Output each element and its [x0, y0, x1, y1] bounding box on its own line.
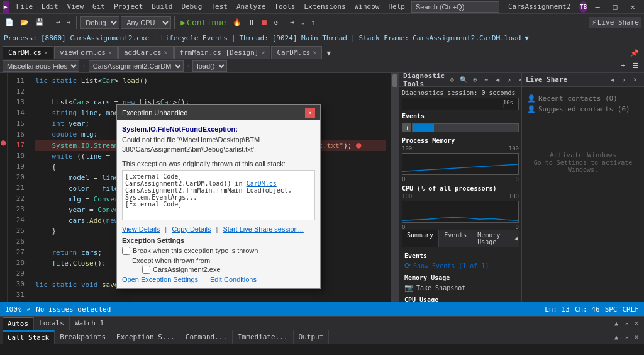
bottom-right-collapse-icon[interactable]: ▲ — [611, 332, 621, 342]
step-out-button[interactable]: ↑ — [309, 17, 318, 28]
show-events-link[interactable]: ⟳ Show Events (1 of 1) — [404, 261, 516, 271]
tab-viewform[interactable]: viewForm.cs × — [54, 46, 118, 59]
show-events-label[interactable]: Show Events (1 of 1) — [413, 262, 489, 269]
tab-locals[interactable]: Locals — [34, 317, 70, 330]
step-into-button[interactable]: ↓ — [298, 17, 308, 28]
menu-tools[interactable]: Tools — [270, 1, 299, 12]
tab-close-icon[interactable]: × — [164, 49, 168, 56]
tab-cardm-2[interactable]: CarDM.cs × — [271, 46, 322, 59]
menu-build[interactable]: Build — [148, 1, 176, 12]
summary-tab-memory[interactable]: Memory Usage — [472, 230, 513, 247]
diagnostics-detach-icon[interactable]: ↗ — [504, 75, 514, 85]
pause-all-button[interactable]: ⏸ — [245, 17, 257, 28]
tab-immediate[interactable]: Immediate... — [233, 330, 293, 344]
summary-expand-button[interactable]: ◀ — [513, 230, 519, 247]
copy-details-link[interactable]: Copy Details — [172, 225, 211, 233]
tab-watch1[interactable]: Watch 1 — [70, 317, 109, 330]
tab-close-icon[interactable]: × — [108, 49, 112, 56]
tab-frmmain[interactable]: frmMain.cs [Design] × — [174, 46, 271, 59]
minimize-button[interactable]: – — [589, 0, 606, 14]
menu-edit[interactable]: Edit — [38, 1, 62, 12]
menu-file[interactable]: File — [13, 1, 37, 12]
tab-autos[interactable]: Autos — [3, 317, 34, 330]
add-tab-button[interactable]: + — [618, 60, 628, 71]
close-button[interactable]: ✕ — [624, 0, 641, 14]
dialog-close-button[interactable]: × — [305, 108, 315, 118]
tab-breakpoints[interactable]: Breakpoints — [55, 330, 111, 344]
bottom-right-close-icon[interactable]: × — [631, 332, 641, 342]
vertical-scrollbar[interactable] — [391, 73, 399, 302]
menu-window[interactable]: Window — [351, 1, 384, 12]
live-share-close-icon[interactable]: × — [630, 75, 640, 85]
open-button[interactable]: 📂 — [18, 17, 31, 28]
menu-project[interactable]: Project — [110, 1, 147, 12]
diagnostics-collapse-icon[interactable]: ◀ — [492, 75, 502, 85]
tab-close-icon[interactable]: × — [261, 49, 265, 56]
stop-button[interactable]: ⏹ — [258, 17, 270, 28]
summary-tab-summary[interactable]: Summary — [402, 230, 439, 247]
tab-addcar[interactable]: addCar.cs × — [118, 46, 174, 59]
live-share-detach-icon[interactable]: ↗ — [619, 75, 629, 85]
except-app-checkbox[interactable] — [142, 266, 150, 274]
callstack-view[interactable]: [External Code] CarsAssignment2.CarDM.lo… — [122, 170, 315, 220]
diagnostics-settings-icon[interactable]: ⚙ — [447, 75, 457, 85]
menu-help[interactable]: Help — [384, 1, 409, 12]
start-live-share-link[interactable]: Start Live Share session... — [223, 225, 303, 233]
take-snapshot-button[interactable]: 📷 Take Snapshot — [404, 283, 516, 293]
debug-config-dropdown[interactable]: Debug — [80, 16, 119, 29]
menu-git[interactable]: Git — [89, 1, 109, 12]
cpu-config-dropdown[interactable]: Any CPU — [121, 16, 171, 29]
new-file-button[interactable]: 📄 — [3, 17, 16, 28]
menu-test[interactable]: Test — [208, 1, 232, 12]
stack-frame-value[interactable]: CarsAssignment2.CarDM.load — [413, 34, 521, 42]
summary-tab-events[interactable]: Events — [439, 230, 472, 247]
tab-command[interactable]: Command... — [180, 330, 233, 344]
diagnostics-search-icon[interactable]: 🔍 — [458, 75, 469, 85]
break-when-checkbox[interactable] — [122, 247, 130, 255]
bottom-left-close-icon[interactable]: × — [631, 318, 641, 329]
menu-analyze[interactable]: Analyze — [233, 1, 269, 12]
process-memory-chart[interactable] — [402, 153, 519, 175]
events-pause-button[interactable]: ⏸ — [402, 123, 411, 132]
diagnostics-zoom-icon[interactable]: ⊕ — [470, 75, 480, 85]
tab-close-icon[interactable]: × — [44, 49, 48, 56]
live-share-collapse-icon[interactable]: ◀ — [608, 75, 618, 85]
menu-view[interactable]: View — [64, 1, 88, 12]
thread-value[interactable]: [9024] Main Thread — [272, 34, 347, 42]
process-value[interactable]: [8860] CarsAssignment2.exe — [41, 34, 149, 42]
tab-callstack[interactable]: Call Stack — [3, 330, 55, 344]
class-dropdown[interactable]: CarsAssignment2.CarDM — [89, 60, 184, 72]
restart-button[interactable]: ↺ — [272, 17, 281, 28]
cpu-chart[interactable] — [402, 201, 519, 223]
redo-button[interactable]: ↪ — [64, 17, 74, 28]
diagnostics-timeline[interactable]: 10s | — [402, 98, 519, 110]
tab-pin-button[interactable]: 📌 — [628, 48, 641, 59]
tab-output[interactable]: Output — [294, 330, 330, 344]
live-share-button[interactable]: ⚡ Live Share — [589, 17, 641, 28]
tab-overflow-button[interactable]: ▼ — [324, 48, 333, 59]
save-button[interactable]: 💾 — [33, 17, 47, 28]
restore-button[interactable]: □ — [606, 0, 624, 14]
cardm-link[interactable]: CarDM.cs — [247, 180, 277, 187]
method-dropdown[interactable]: load() — [192, 60, 227, 72]
tab-exception-settings[interactable]: Exception S... — [111, 330, 180, 344]
open-exception-settings-link[interactable]: Open Exception Settings — [122, 276, 198, 283]
tab-close-icon[interactable]: × — [313, 49, 316, 56]
take-snapshot-label[interactable]: Take Snapshot — [416, 285, 465, 291]
stack-frame-dropdown-icon[interactable]: ▼ — [525, 34, 529, 42]
view-details-link[interactable]: View Details — [122, 225, 160, 233]
hot-reload-button[interactable]: 🔥 — [230, 17, 244, 28]
continue-button[interactable]: ▶ Continue — [178, 16, 228, 28]
bottom-left-collapse-icon[interactable]: ▲ — [611, 318, 621, 329]
edit-conditions-link[interactable]: Edit Conditions — [210, 276, 257, 283]
tab-cardm-1[interactable]: CarDM.cs × — [3, 46, 53, 59]
tab-options-button[interactable]: ☰ — [630, 60, 641, 71]
menu-debug[interactable]: Debug — [177, 1, 206, 12]
menu-extensions[interactable]: Extensions — [300, 1, 349, 12]
bottom-right-detach-icon[interactable]: ↗ — [621, 332, 631, 342]
search-input[interactable] — [411, 1, 499, 13]
bottom-left-detach-icon[interactable]: ↗ — [621, 318, 631, 329]
undo-button[interactable]: ↩ — [53, 17, 63, 28]
diagnostics-more-icon[interactable]: ⋯ — [481, 75, 491, 85]
step-over-button[interactable]: ⇥ — [287, 17, 297, 28]
